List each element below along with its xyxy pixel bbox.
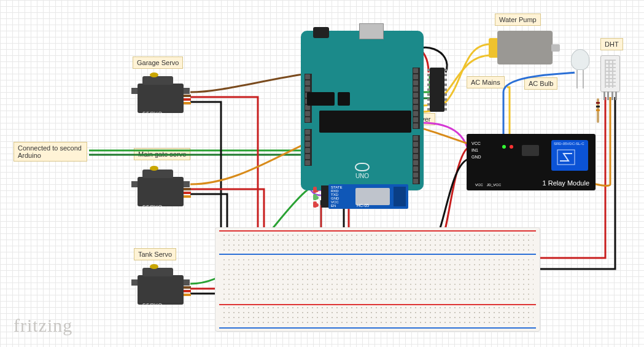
water-pump-motor[interactable] (497, 31, 553, 64)
servo-tank[interactable]: SERVO (131, 264, 190, 310)
bt-model-text: HC-05 (357, 203, 369, 208)
arduino-atmega-chip (319, 111, 411, 133)
ac-bulb-led[interactable] (571, 49, 589, 86)
label-ac-mains: AC Mains (467, 76, 505, 88)
label-ac-bulb: AC Bulb (524, 77, 557, 90)
servo-garage[interactable]: SERVO (131, 72, 190, 119)
fritzing-watermark: fritzing (14, 315, 72, 336)
status-led-red-2 (313, 187, 317, 193)
relay-module[interactable]: VCC IN1 GND SRD-05VDC-SL-C VCC JD_VCC 1 … (467, 134, 596, 190)
arduino-component (307, 92, 335, 106)
arduino-power-jack (313, 27, 329, 38)
relay-title: 1 Relay Module (543, 179, 589, 187)
relay-cube: SRD-05VDC-SL-C (551, 140, 588, 171)
bt-pin-header (321, 185, 328, 208)
motor-driver-ic[interactable] (430, 68, 444, 112)
arduino-component (338, 92, 350, 106)
status-led-red (313, 201, 317, 208)
servo-main-gate[interactable]: SERVO (131, 166, 190, 212)
bt-rf-shield (355, 188, 390, 205)
label-connected-second-arduino: Connected to second Arduino (14, 142, 87, 162)
relay-led-green (502, 145, 506, 149)
bluetooth-hc05-module[interactable]: STATE RXD TXD GND VCC EN HC-05 (328, 184, 408, 209)
label-dht: DHT (600, 38, 623, 50)
dht-sensor[interactable] (600, 55, 620, 92)
relay-led-red (510, 145, 513, 149)
pullup-resistor[interactable] (597, 98, 599, 123)
relay-input-pins: VCC IN1 GND (471, 141, 481, 159)
arduino-uno-board[interactable]: UNO (301, 31, 424, 190)
arduino-logo: UNO (355, 163, 370, 179)
relay-optocoupler (522, 145, 539, 156)
label-tank-servo: Tank Servo (134, 248, 176, 260)
bt-pin-labels: STATE RXD TXD GND VCC EN (331, 185, 342, 208)
label-main-gate-servo: Main gate servo (134, 148, 190, 160)
arduino-usb-port (359, 23, 384, 39)
label-water-pump: Water Pump (495, 14, 541, 26)
status-led-green (313, 194, 317, 200)
bt-antenna (394, 187, 406, 206)
label-garage-servo: Garage Servo (133, 57, 183, 69)
breadboard[interactable] (215, 227, 540, 332)
relay-jumper-pins: VCC JD_VCC (475, 183, 501, 187)
